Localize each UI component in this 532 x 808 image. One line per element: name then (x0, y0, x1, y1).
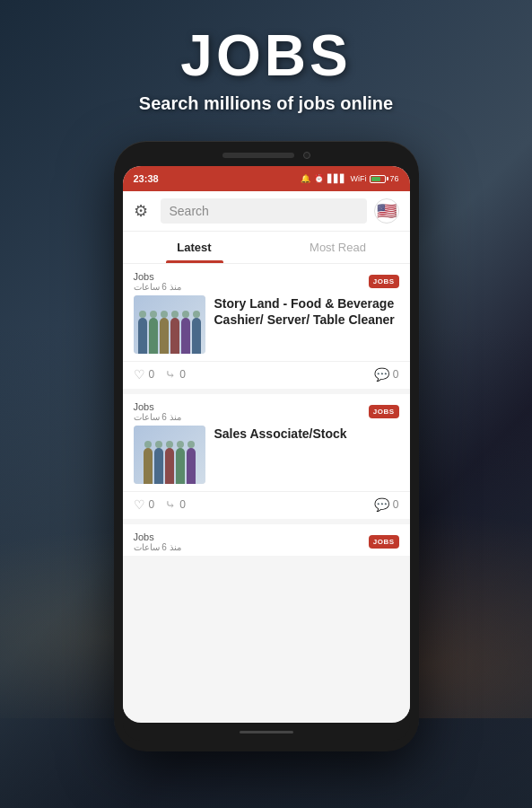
alarm-icon: 🔔 (301, 174, 310, 183)
jobs-badge: JOBS (369, 275, 399, 288)
worker-figure (149, 318, 158, 354)
status-time: 23:38 (134, 173, 159, 184)
job-time: منذ 6 ساعات (134, 282, 181, 292)
job-card-footer: ♡ 0 ⤷ 0 💬 0 (123, 491, 410, 519)
job-card-footer: ♡ 0 ⤷ 0 💬 0 (123, 361, 410, 389)
job-title[interactable]: Sales Associate/Stock (214, 426, 347, 442)
comment-icon: 💬 (374, 367, 389, 382)
worker-figure (165, 448, 174, 484)
comment-icon: 💬 (374, 497, 389, 512)
battery-fill (371, 177, 380, 181)
phone-screen: 23:38 🔔 ⏰ ▋▋▋ WiFi 76 ⚙ Search (123, 166, 410, 723)
tabs-bar: Latest Most Read (123, 232, 410, 264)
home-indicator[interactable] (240, 731, 293, 733)
workers-illustration (134, 426, 205, 484)
app-subtitle: Search millions of jobs online (18, 93, 514, 114)
job-card-body: Story Land - Food & Beverage Cashier/ Se… (123, 295, 410, 361)
phone-wrapper: 23:38 🔔 ⏰ ▋▋▋ WiFi 76 ⚙ Search (0, 141, 532, 751)
job-time: منذ 6 ساعات (134, 412, 181, 422)
job-thumbnail (134, 426, 205, 484)
app-title: JOBS (18, 27, 514, 84)
signal-icon: ▋▋▋ (327, 174, 346, 183)
heart-icon: ♡ (134, 367, 145, 382)
status-icons: 🔔 ⏰ ▋▋▋ WiFi 76 (301, 174, 398, 183)
share-count: 0 (179, 368, 186, 381)
job-meta: Jobs منذ 6 ساعات (134, 531, 181, 552)
phone-notch (123, 152, 410, 159)
wifi-icon: WiFi (350, 174, 366, 183)
jobs-badge: JOBS (369, 535, 399, 549)
comment-action[interactable]: 💬 0 (374, 367, 399, 382)
clock-icon: ⏰ (314, 174, 324, 183)
worker-figure (181, 318, 190, 354)
phone-camera (303, 152, 310, 159)
comment-count: 0 (393, 368, 399, 381)
phone-device: 23:38 🔔 ⏰ ▋▋▋ WiFi 76 ⚙ Search (114, 141, 419, 751)
job-category: Jobs (134, 531, 181, 542)
job-time: منذ 6 ساعات (134, 542, 181, 552)
app-header-bar: ⚙ Search 🇺🇸 (123, 191, 410, 232)
job-card: Jobs منذ 6 ساعات JOBS (123, 264, 410, 389)
battery-icon (370, 175, 386, 183)
job-title[interactable]: Story Land - Food & Beverage Cashier/ Se… (214, 295, 399, 328)
tab-latest[interactable]: Latest (123, 232, 266, 263)
status-bar: 23:38 🔔 ⏰ ▋▋▋ WiFi 76 (123, 166, 410, 191)
heart-icon: ♡ (134, 497, 145, 512)
like-action[interactable]: ♡ 0 (134, 497, 155, 512)
search-placeholder: Search (170, 204, 209, 218)
phone-speaker (222, 153, 294, 158)
job-card-header: Jobs منذ 6 ساعات JOBS (123, 394, 410, 426)
worker-figure (170, 318, 179, 354)
worker-figure (192, 318, 201, 354)
tab-most-read-label: Most Read (310, 241, 366, 254)
flag-emoji: 🇺🇸 (377, 201, 397, 221)
job-thumbnail (134, 295, 205, 354)
share-action[interactable]: ⤷ 0 (165, 367, 186, 382)
job-card: Jobs منذ 6 ساعات JOBS (123, 394, 410, 519)
tab-latest-label: Latest (177, 241, 211, 254)
job-meta: Jobs منذ 6 ساعات (134, 401, 181, 422)
workers-illustration (134, 295, 205, 354)
like-count: 0 (149, 368, 155, 381)
worker-figure (176, 448, 185, 484)
tab-most-read[interactable]: Most Read (266, 232, 410, 263)
language-flag[interactable]: 🇺🇸 (374, 198, 399, 224)
worker-figure (187, 448, 196, 484)
share-action[interactable]: ⤷ 0 (165, 497, 186, 512)
content-area: Jobs منذ 6 ساعات JOBS (123, 264, 410, 716)
header-section: JOBS Search millions of jobs online (0, 0, 532, 132)
job-card-header: Jobs منذ 6 ساعات JOBS (123, 264, 410, 295)
job-card: Jobs منذ 6 ساعات JOBS (123, 524, 410, 556)
like-count: 0 (149, 498, 155, 511)
job-meta: Jobs منذ 6 ساعات (134, 271, 181, 292)
share-icon: ⤷ (165, 367, 176, 382)
battery-percent: 76 (389, 174, 398, 183)
share-count: 0 (179, 498, 186, 511)
phone-bottom-bar (123, 723, 410, 741)
settings-icon[interactable]: ⚙ (134, 201, 153, 221)
worker-figure (138, 318, 147, 354)
share-icon: ⤷ (165, 497, 176, 512)
search-bar[interactable]: Search (161, 198, 367, 224)
comment-action[interactable]: 💬 0 (374, 497, 399, 512)
job-category: Jobs (134, 271, 181, 282)
worker-figure (154, 448, 163, 484)
worker-figure (144, 448, 153, 484)
worker-figure (160, 318, 169, 354)
job-card-body: Sales Associate/Stock (123, 426, 410, 491)
jobs-badge: JOBS (369, 405, 399, 418)
job-category: Jobs (134, 401, 181, 412)
job-card-header: Jobs منذ 6 ساعات JOBS (123, 524, 410, 556)
like-action[interactable]: ♡ 0 (134, 367, 155, 382)
comment-count: 0 (393, 498, 399, 511)
